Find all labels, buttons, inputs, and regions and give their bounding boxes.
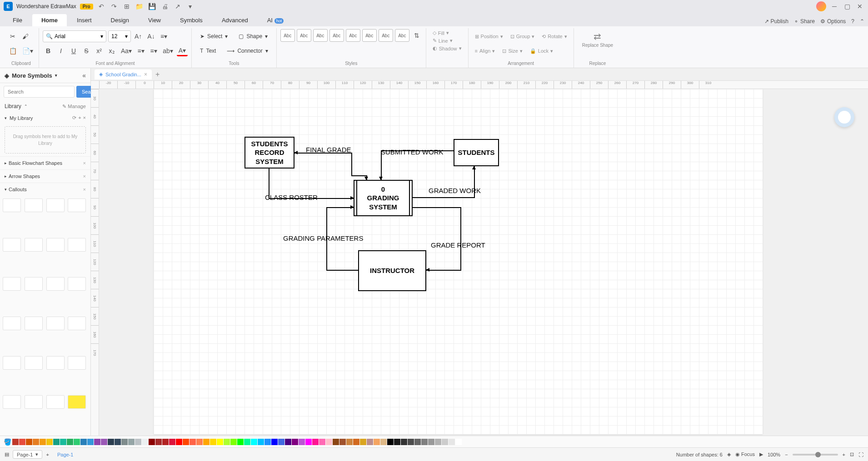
color-swatch[interactable] xyxy=(67,439,73,445)
color-swatch[interactable] xyxy=(312,439,319,445)
label-grading-params[interactable]: GRADING PARAMETERS xyxy=(283,234,363,242)
conn[interactable] xyxy=(413,207,460,208)
callout-item[interactable] xyxy=(25,395,43,409)
callout-item[interactable] xyxy=(46,238,65,252)
color-swatch[interactable] xyxy=(230,439,237,445)
color-swatch[interactable] xyxy=(46,439,53,445)
color-swatch[interactable] xyxy=(210,439,216,445)
style-6[interactable]: Abc xyxy=(362,29,377,42)
format-painter-icon[interactable]: 🖌 xyxy=(20,31,31,42)
layers-icon[interactable]: ◈ xyxy=(727,451,731,457)
callout-item[interactable] xyxy=(3,317,21,330)
conn[interactable] xyxy=(460,207,461,270)
callout-item[interactable] xyxy=(25,198,43,212)
new-icon[interactable]: ⊞ xyxy=(122,2,131,11)
color-swatch[interactable] xyxy=(135,439,141,445)
callout-item[interactable] xyxy=(25,277,43,291)
callout-item[interactable] xyxy=(68,317,86,330)
zoom-slider[interactable] xyxy=(793,454,838,456)
section-flowchart[interactable]: ▸Basic Flowchart Shapes× xyxy=(0,156,90,169)
callout-item[interactable] xyxy=(25,238,43,252)
callout-item[interactable] xyxy=(46,198,65,212)
callout-item[interactable] xyxy=(3,198,21,212)
lib-refresh-icon[interactable]: ⟳ xyxy=(72,115,76,121)
maximize-icon[interactable]: ▢ xyxy=(843,2,852,11)
line-spacing-icon[interactable]: ≡▾ xyxy=(135,45,146,56)
callout-item[interactable] xyxy=(3,356,21,370)
page[interactable]: STUDENTS RECORD SYSTEM STUDENTS 0 GRADIN… xyxy=(154,89,763,434)
cut-icon[interactable]: ✂ xyxy=(7,31,18,42)
color-swatch[interactable] xyxy=(183,439,189,445)
section-callouts[interactable]: ▾Callouts× xyxy=(0,183,90,196)
fab-assistant[interactable] xyxy=(834,107,854,127)
color-swatch[interactable] xyxy=(108,439,114,445)
label-graded-work[interactable]: GRADED WORK xyxy=(429,187,481,194)
box-students[interactable]: STUDENTS xyxy=(454,139,499,166)
save-icon[interactable]: 💾 xyxy=(148,2,157,11)
callout-item[interactable] xyxy=(46,317,65,330)
conn[interactable] xyxy=(413,197,474,198)
library-label[interactable]: Library xyxy=(5,103,21,109)
color-swatch[interactable] xyxy=(455,439,462,445)
color-swatch[interactable] xyxy=(169,439,175,445)
tab-insert[interactable]: Insert xyxy=(68,14,101,26)
color-swatch[interactable] xyxy=(26,439,32,445)
collapse-sidebar-icon[interactable]: « xyxy=(82,72,86,79)
color-swatch[interactable] xyxy=(449,439,455,445)
lib-close-icon[interactable]: × xyxy=(83,115,86,121)
color-swatch[interactable] xyxy=(305,439,312,445)
shadow-prop[interactable]: ◐ Shadow ▾ xyxy=(430,45,464,52)
color-swatch[interactable] xyxy=(285,439,291,445)
avatar[interactable] xyxy=(816,1,826,11)
color-swatch[interactable] xyxy=(258,439,264,445)
line-prop[interactable]: ✎ Line ▾ xyxy=(430,37,464,45)
color-swatch[interactable] xyxy=(33,439,39,445)
size-prop[interactable]: ⊡ Size ▾ xyxy=(499,47,525,55)
style-2[interactable]: Abc xyxy=(297,29,311,42)
color-swatch[interactable] xyxy=(149,439,155,445)
callout-item[interactable] xyxy=(46,395,65,409)
callout-item[interactable] xyxy=(3,238,21,252)
tab-ai[interactable]: AI hot xyxy=(258,14,293,26)
font-color-icon[interactable]: A▾ xyxy=(177,45,188,56)
rotate-prop[interactable]: ⟲ Rotate ▾ xyxy=(539,33,569,40)
color-swatch[interactable] xyxy=(264,439,271,445)
style-3[interactable]: Abc xyxy=(313,29,328,42)
color-swatch[interactable] xyxy=(394,439,400,445)
color-swatch[interactable] xyxy=(155,439,162,445)
label-submitted-work[interactable]: SUBMITTED WORK xyxy=(381,148,444,156)
conn[interactable] xyxy=(326,270,358,271)
style-1[interactable]: Abc xyxy=(280,29,295,42)
color-swatch[interactable] xyxy=(442,439,448,445)
color-swatch[interactable] xyxy=(142,439,148,445)
fullscreen-icon[interactable]: ⛶ xyxy=(858,452,863,457)
superscript-icon[interactable]: x² xyxy=(94,45,105,56)
conn[interactable] xyxy=(474,166,475,198)
color-swatch[interactable] xyxy=(401,439,407,445)
focus-toggle[interactable]: ◉ Focus xyxy=(735,451,755,457)
text-tool[interactable]: T Text xyxy=(195,46,220,56)
list-icon[interactable]: ≡▾ xyxy=(148,45,159,56)
color-swatch[interactable] xyxy=(299,439,305,445)
color-swatch[interactable] xyxy=(319,439,325,445)
color-swatch[interactable] xyxy=(128,439,135,445)
callout-item[interactable] xyxy=(46,277,65,291)
color-swatch[interactable] xyxy=(237,439,244,445)
color-swatch[interactable] xyxy=(380,439,387,445)
callout-item[interactable] xyxy=(3,395,21,409)
callout-item[interactable] xyxy=(25,356,43,370)
options-button[interactable]: ⚙ Options xyxy=(820,18,846,25)
color-swatch[interactable] xyxy=(333,439,339,445)
color-swatch[interactable] xyxy=(435,439,441,445)
color-swatch[interactable] xyxy=(428,439,434,445)
color-swatch[interactable] xyxy=(196,439,203,445)
collapse-ribbon-icon[interactable]: ⌃ xyxy=(860,18,864,25)
font-select[interactable]: 🔍 Arial ▾ xyxy=(43,30,106,42)
conn[interactable] xyxy=(366,175,367,180)
print-icon[interactable]: 🖨 xyxy=(160,2,170,11)
align-icon[interactable]: ≡▾ xyxy=(159,31,170,42)
conn[interactable] xyxy=(381,175,382,180)
lib-add-icon[interactable]: + xyxy=(78,115,81,121)
tab-add-icon[interactable]: + xyxy=(155,70,160,79)
callout-item[interactable] xyxy=(68,238,86,252)
